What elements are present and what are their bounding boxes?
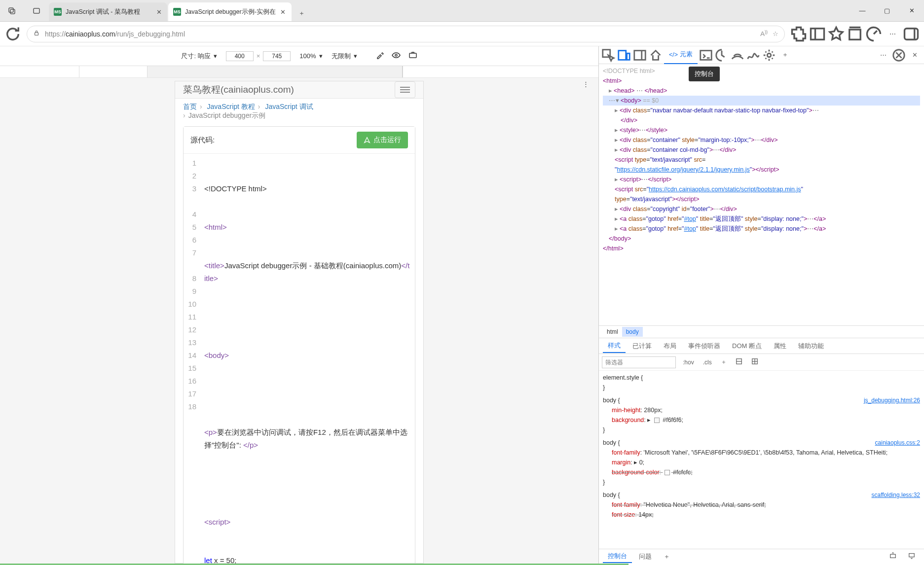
code-editor[interactable]: 123456789101112131415161718 <!DOCTYPE ht…	[184, 154, 415, 564]
subtab-styles[interactable]: 样式	[603, 339, 626, 353]
close-icon[interactable]: ✕	[155, 8, 162, 15]
drawer-console[interactable]: 控制台	[603, 550, 632, 563]
browser-tab-1[interactable]: MS JavaScript 调试 - 菜鸟教程 ✕	[49, 2, 167, 21]
console-tooltip: 控制台	[689, 67, 720, 81]
simulated-page: 菜鸟教程(cainiaoplus.com) 首页› JavaScript 教程›…	[175, 81, 424, 564]
maximize-button[interactable]: ▢	[875, 0, 899, 21]
device-size-dropdown[interactable]: 尺寸: 响应 ▾	[181, 52, 217, 61]
inspect-element-icon[interactable]	[601, 48, 616, 63]
browser-titlebar: MS JavaScript 调试 - 菜鸟教程 ✕ MS JavaScript …	[0, 0, 924, 22]
welcome-icon[interactable]	[648, 48, 663, 63]
eye-icon[interactable]	[392, 51, 401, 61]
dock-icon[interactable]	[632, 48, 647, 63]
subtab-props[interactable]: 属性	[769, 340, 791, 353]
height-input[interactable]: 745	[263, 51, 291, 61]
device-toolbar-icon[interactable]	[617, 48, 631, 63]
crumb-body[interactable]: body	[622, 327, 643, 337]
more-icon[interactable]: ⋯	[884, 25, 901, 43]
svg-rect-13	[619, 50, 626, 60]
crumb-topic[interactable]: JavaScript 调试	[265, 103, 313, 110]
drawer-tabs: 控制台 问题 ＋	[599, 549, 924, 564]
tab-elements[interactable]: </>元素	[664, 46, 698, 64]
source-link[interactable]: scaffolding.less:32	[871, 490, 920, 500]
styles-subtabs: 样式 已计算 布局 事件侦听器 DOM 断点 属性 辅助功能	[599, 338, 924, 354]
address-bar: https://cainiaoplus.com/run/js_debugging…	[0, 22, 924, 46]
browser-tab-2[interactable]: MS JavaScript debugger示例-实例在 ✕	[168, 2, 292, 21]
new-tab-button[interactable]: ＋	[294, 5, 310, 21]
new-rule-button[interactable]: ＋	[719, 357, 729, 367]
svg-rect-17	[701, 50, 712, 60]
grid-icon[interactable]	[749, 357, 760, 367]
subtab-layout[interactable]: 布局	[659, 340, 681, 353]
url-input[interactable]: https://cainiaoplus.com/run/js_debugging…	[27, 26, 785, 42]
page-viewport: 尺寸: 响应 ▾ 400×745 100% ▾ 无限制 ▾ ⋮ 菜鸟教程(ca	[0, 46, 598, 564]
tab-performance-icon[interactable]	[746, 48, 761, 63]
crumb-html[interactable]: html	[603, 327, 622, 337]
brand-text: 菜鸟教程(cainiaoplus.com)	[183, 83, 294, 96]
errors-icon[interactable]	[891, 48, 906, 63]
svg-rect-6	[850, 30, 861, 39]
crumb-tutorial[interactable]: JavaScript 教程	[207, 103, 255, 110]
drawer-add[interactable]: ＋	[659, 551, 675, 563]
tab-label: JavaScript debugger示例-实例在	[185, 8, 276, 16]
svg-rect-27	[890, 554, 896, 558]
devtools-panel: </>元素 控制台 ＋ ⋯ ✕ <!DOCTYPE html> <html> ▸…	[598, 46, 924, 564]
svg-rect-11	[409, 53, 416, 58]
close-icon[interactable]: ✕	[280, 8, 287, 15]
tab-sources-icon[interactable]	[714, 48, 729, 63]
performance-icon[interactable]	[865, 25, 883, 43]
eyedropper-icon[interactable]	[376, 51, 384, 61]
svg-rect-28	[909, 554, 915, 557]
subtab-computed[interactable]: 已计算	[628, 340, 657, 353]
tab-actions-icon[interactable]	[3, 2, 21, 20]
workspaces-icon[interactable]	[28, 2, 45, 20]
styles-filter-input[interactable]	[602, 356, 676, 368]
url-text: https://cainiaoplus.com/run/js_debugging…	[45, 30, 755, 38]
ruler	[0, 66, 598, 78]
cls-button[interactable]: .cls	[701, 358, 714, 367]
subtab-a11y[interactable]: 辅助功能	[793, 340, 829, 353]
subtab-dom-bp[interactable]: DOM 断点	[727, 340, 767, 353]
throttle-dropdown[interactable]: 无限制 ▾	[332, 52, 357, 61]
svg-rect-14	[627, 53, 630, 60]
close-devtools-icon[interactable]: ✕	[907, 48, 922, 63]
favorites-bar-icon[interactable]	[827, 25, 845, 43]
drawer-expand-icon[interactable]	[885, 551, 901, 562]
tab-console-icon[interactable]: 控制台	[699, 48, 713, 63]
settings-icon[interactable]	[762, 48, 776, 63]
extensions-icon[interactable]	[790, 25, 808, 43]
breadcrumb: 首页› JavaScript 教程› JavaScript 调试 ›JavaSc…	[175, 99, 423, 121]
source-link[interactable]: cainiaoplus.css:2	[875, 438, 920, 448]
collections-icon[interactable]	[846, 25, 864, 43]
reader-icon[interactable]: A))	[760, 30, 768, 37]
svg-rect-1	[10, 9, 15, 14]
styles-pane[interactable]: element.style { } body {js_debugging.htm…	[599, 371, 924, 549]
tab-network-icon[interactable]	[730, 48, 745, 63]
run-button[interactable]: 点击运行	[357, 132, 408, 148]
subtab-listeners[interactable]: 事件侦听器	[683, 340, 725, 353]
sidebar-icon[interactable]	[809, 25, 826, 43]
drawer-issues[interactable]: 问题	[634, 551, 657, 563]
favorite-icon[interactable]: ☆	[773, 30, 778, 37]
dom-tree[interactable]: <!DOCTYPE html> <html> ▸<head> ⋯ </head>…	[599, 64, 924, 325]
copilot-icon[interactable]	[902, 25, 920, 43]
close-window-button[interactable]: ✕	[899, 0, 924, 21]
crumb-current: JavaScript debugger示例	[188, 111, 265, 119]
crumb-home[interactable]: 首页	[183, 103, 197, 110]
favicon-icon: MS	[173, 8, 181, 16]
source-link[interactable]: js_debugging.html:26	[864, 395, 920, 405]
zoom-dropdown[interactable]: 100% ▾	[299, 52, 322, 60]
hamburger-button[interactable]	[395, 81, 415, 98]
add-tab-icon[interactable]: ＋	[777, 48, 792, 63]
hov-button[interactable]: :hov	[681, 358, 696, 367]
drawer-collapse-icon[interactable]	[903, 551, 920, 562]
minimize-button[interactable]: —	[850, 0, 875, 21]
flex-icon[interactable]	[734, 357, 744, 367]
devtools-more-icon[interactable]: ⋯	[876, 48, 890, 63]
dom-breadcrumb: html body	[599, 325, 924, 338]
refresh-button[interactable]	[4, 25, 22, 43]
width-input[interactable]: 400	[226, 51, 254, 61]
svg-rect-3	[35, 33, 38, 35]
favicon-icon: MS	[54, 8, 62, 16]
screenshot-icon[interactable]	[408, 51, 417, 61]
